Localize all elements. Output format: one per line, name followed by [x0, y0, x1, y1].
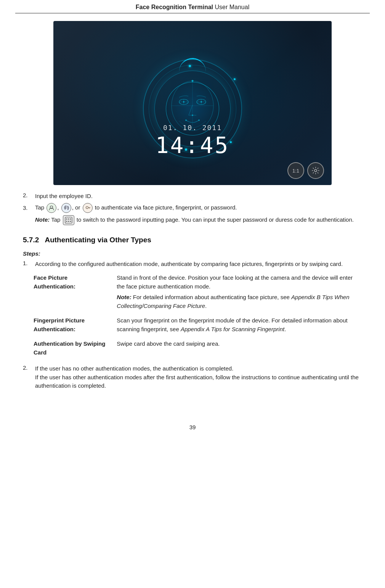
- svg-point-21: [70, 218, 71, 219]
- def-row-fingerprint: Fingerprint Picture Authentication: Scan…: [34, 314, 362, 337]
- step2-text: Input the employee ID.: [35, 192, 93, 201]
- device-btn-settings[interactable]: [307, 162, 324, 179]
- svg-point-20: [68, 218, 69, 219]
- svg-point-19: [66, 218, 67, 219]
- svg-point-8: [192, 114, 193, 116]
- password-icon[interactable]: [83, 203, 93, 213]
- auth-step1-text: According to the configured authenticati…: [35, 260, 343, 269]
- svg-point-17: [86, 206, 88, 209]
- def-desc-fingerprint: Scan your fingerprint on the fingerprint…: [117, 314, 362, 337]
- page-header: Face Recognition Terminal User Manual: [15, 0, 370, 13]
- step-2: 2. Input the employee ID.: [23, 192, 362, 201]
- device-btn-1to1[interactable]: 1:1: [287, 162, 304, 179]
- svg-point-22: [66, 221, 67, 222]
- switch-icon[interactable]: [63, 215, 74, 225]
- def-desc-card: Swipe card above the card swiping area.: [117, 337, 362, 361]
- def-desc-face: Stand in front of the device. Position y…: [117, 271, 362, 314]
- auth-step2-number: 2.: [23, 364, 31, 371]
- fingerprint-icon[interactable]: [61, 203, 71, 213]
- svg-point-9: [185, 119, 187, 121]
- device-screenshot: 01. 10. 2011 14:45 1:1: [53, 21, 332, 185]
- section-number: 5.7.2: [23, 236, 39, 244]
- auth-step-2: 2. If the user has no other authenticati…: [23, 364, 362, 390]
- svg-point-10: [198, 119, 200, 121]
- step-3: 3. Tap , , or: [23, 203, 362, 213]
- step3-text: Tap , , or: [35, 203, 237, 213]
- auth-step-1: 1. According to the configured authentic…: [23, 260, 362, 269]
- header-title: Face Recognition Terminal User Manual: [136, 4, 249, 10]
- device-time: 14:45: [156, 132, 230, 158]
- device-datetime: 01. 10. 2011 14:45: [156, 124, 230, 158]
- svg-point-15: [314, 169, 317, 172]
- page-number: 39: [0, 424, 385, 430]
- section-title: Authenticating via Other Types: [45, 236, 151, 244]
- step2-number: 2.: [23, 192, 31, 198]
- def-row-card: Authentication by Swiping Card Swipe car…: [34, 337, 362, 361]
- note-label: Note:: [35, 216, 50, 223]
- auth-step1-number: 1.: [23, 260, 31, 266]
- def-term-card: Authentication by Swiping Card: [34, 337, 117, 361]
- svg-rect-18: [65, 217, 72, 223]
- note-block: Note: Tap to switch to the password inpu…: [35, 215, 362, 225]
- main-content: 01. 10. 2011 14:45 1:1 2. Input the empl…: [0, 13, 385, 409]
- def-term-fingerprint: Fingerprint Picture Authentication:: [34, 314, 117, 337]
- step3-number: 3.: [23, 205, 31, 211]
- definitions-table: Face Picture Authentication: Stand in fr…: [34, 271, 362, 361]
- svg-point-24: [70, 221, 71, 222]
- face-picture-icon[interactable]: [47, 203, 56, 213]
- svg-point-23: [68, 221, 69, 222]
- note-rest-text: to switch to the password inputting page…: [77, 216, 354, 223]
- device-buttons-area: 1:1: [287, 162, 324, 179]
- steps-label: Steps:: [23, 250, 362, 257]
- section-heading: 5.7.2 Authenticating via Other Types: [23, 236, 362, 244]
- def-note-face: Note: For detailed information about aut…: [117, 293, 359, 310]
- svg-point-7: [192, 80, 194, 82]
- def-term-face: Face Picture Authentication:: [34, 271, 117, 314]
- auth-step2-text: If the user has no other authentication …: [35, 364, 362, 390]
- note-tap-text: Tap: [51, 216, 60, 223]
- device-date: 01. 10. 2011: [156, 124, 230, 132]
- def-row-face: Face Picture Authentication: Stand in fr…: [34, 271, 362, 314]
